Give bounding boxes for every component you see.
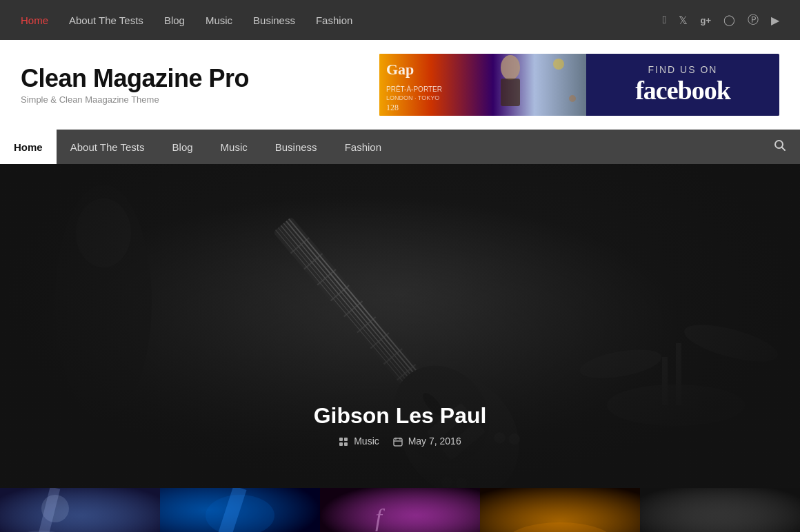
top-bar: Home About The Tests Blog Music Business…	[0, 0, 800, 40]
find-us-text: Find us on	[648, 64, 718, 75]
twitter-icon[interactable]: 𝕏	[679, 14, 688, 27]
hero-date: May 7, 2016	[393, 436, 461, 447]
sec-nav-home[interactable]: Home	[0, 130, 57, 164]
site-branding: Clean Magazine Pro Simple & Clean Maagaz…	[21, 65, 359, 105]
svg-rect-49	[394, 438, 402, 446]
svg-text:128: 128	[386, 103, 399, 112]
hero-meta: Music May 7, 2016	[0, 436, 800, 447]
svg-rect-69	[640, 488, 800, 532]
sec-nav-fashion[interactable]: Fashion	[331, 130, 395, 164]
sec-nav-about[interactable]: About The Tests	[57, 130, 159, 164]
hero-section[interactable]: Gibson Les Paul Music May 7, 2016	[0, 164, 800, 488]
thumbnail-row: f	[0, 488, 800, 532]
top-nav-fashion[interactable]: Fashion	[316, 14, 352, 26]
svg-point-5	[501, 55, 520, 80]
facebook-icon[interactable]: 	[663, 14, 667, 26]
thumb-2[interactable]	[160, 488, 320, 532]
hero-title: Gibson Les Paul	[0, 403, 800, 429]
svg-rect-63	[320, 488, 480, 532]
youtube-icon[interactable]: ▶	[771, 14, 779, 27]
top-nav-about[interactable]: About The Tests	[69, 14, 143, 26]
svg-text:PRÊT-À-PORTER: PRÊT-À-PORTER	[386, 85, 442, 93]
thumb-1[interactable]	[0, 488, 160, 532]
site-header: Clean Magazine Pro Simple & Clean Maagaz…	[0, 40, 800, 130]
site-tagline: Simple & Clean Maagazine Theme	[21, 94, 359, 105]
svg-rect-6	[501, 79, 520, 106]
facebook-text: facebook	[635, 75, 730, 105]
search-icon[interactable]	[760, 139, 800, 155]
top-nav-business[interactable]: Business	[253, 14, 295, 26]
social-icons:  𝕏 g+ ◯ Ⓟ ▶	[663, 13, 779, 28]
sec-nav-blog[interactable]: Blog	[159, 130, 207, 164]
thumb-5[interactable]	[640, 488, 800, 532]
thumb-4[interactable]	[480, 488, 640, 532]
sec-nav-business[interactable]: Business	[261, 130, 331, 164]
wordpress-icon[interactable]: ◯	[723, 14, 735, 26]
svg-rect-54	[0, 488, 160, 532]
svg-rect-45	[339, 438, 343, 441]
svg-point-7	[553, 59, 564, 70]
hero-date-label: May 7, 2016	[408, 436, 461, 447]
svg-rect-47	[339, 442, 343, 446]
top-nav-blog[interactable]: Blog	[164, 14, 185, 26]
svg-line-10	[782, 147, 786, 150]
secondary-nav: Home About The Tests Blog Music Business…	[0, 130, 800, 164]
facebook-banner: Find us on facebook	[586, 54, 779, 116]
top-nav-home[interactable]: Home	[21, 14, 48, 26]
thumb-3[interactable]: f	[320, 488, 480, 532]
hero-category-label: Music	[354, 436, 379, 447]
banner-image: Gap PRÊT-À-PORTER LONDON · TOKYO 128	[379, 54, 586, 116]
site-title: Clean Magazine Pro	[21, 65, 359, 92]
svg-point-8	[569, 95, 576, 102]
header-banner[interactable]: Gap PRÊT-À-PORTER LONDON · TOKYO 128 Fin…	[379, 54, 779, 116]
hero-category: Music	[339, 436, 379, 447]
google-plus-icon[interactable]: g+	[700, 15, 711, 25]
sec-nav-music[interactable]: Music	[207, 130, 261, 164]
svg-text:LONDON · TOKYO: LONDON · TOKYO	[386, 94, 439, 101]
top-nav-music[interactable]: Music	[206, 14, 232, 26]
top-nav: Home About The Tests Blog Music Business…	[21, 14, 352, 26]
hero-caption: Gibson Les Paul Music May 7, 2016	[0, 403, 800, 447]
svg-rect-48	[344, 442, 348, 446]
svg-rect-46	[344, 438, 348, 441]
pinterest-icon[interactable]: Ⓟ	[748, 13, 759, 28]
svg-text:Gap: Gap	[386, 61, 414, 78]
